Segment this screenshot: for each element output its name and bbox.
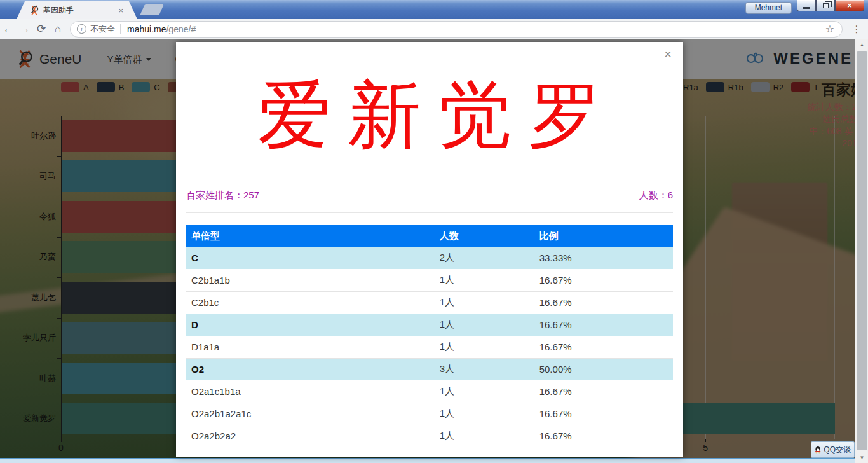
qq-chat-button[interactable]: QQ交谈 <box>811 441 855 458</box>
table-cell: D <box>186 314 435 336</box>
table-cell: C <box>186 247 435 269</box>
table-cell: 3人 <box>435 358 534 380</box>
reload-icon[interactable]: ⟳ <box>33 22 50 36</box>
scroll-up-icon[interactable]: ▲ <box>855 39 868 50</box>
table-cell: O2 <box>186 358 435 380</box>
table-cell: 1人 <box>435 336 534 358</box>
browser-tab[interactable]: 基因助手 × <box>17 1 137 19</box>
table-cell: 16.67% <box>534 380 673 403</box>
col-count: 人数 <box>435 225 534 247</box>
table-row: O2a1c1b1a1人16.67% <box>186 380 673 403</box>
table-cell: 1人 <box>435 425 534 447</box>
table-cell: 50.00% <box>534 358 673 380</box>
url-separator <box>120 24 121 34</box>
divider <box>186 212 673 213</box>
minimize-icon <box>803 7 810 9</box>
table-cell: 33.33% <box>534 247 673 269</box>
table-row: D1a1a1人16.67% <box>186 336 673 358</box>
restore-icon <box>823 3 829 8</box>
table-row: C2b1c1人16.67% <box>186 291 673 314</box>
url-bar[interactable]: i 不安全 mahui.me /gene/# ☆ <box>70 21 843 38</box>
minimize-button[interactable] <box>797 0 816 11</box>
table-cell: 1人 <box>435 403 534 425</box>
table-cell: 1人 <box>435 314 534 336</box>
restore-button[interactable] <box>816 0 835 11</box>
surname-rank: 百家姓排名：257 <box>186 190 259 202</box>
haplotype-table: 单倍型 人数 比例 C2人33.33%C2b1a1b1人16.67%C2b1c1… <box>186 225 673 447</box>
table-row: C2b1a1b1人16.67% <box>186 269 673 291</box>
surname-count: 人数：6 <box>639 190 673 202</box>
table-cell: 1人 <box>435 269 534 291</box>
close-window-button[interactable]: × <box>835 0 864 11</box>
page-viewport: GeneU Y单倍群 O系主要 WEGENE ABCD R1aR1bR2T 百家… <box>0 39 868 463</box>
table-row: D1人16.67% <box>186 314 673 336</box>
browser-toolbar: ← → ⟳ ⌂ i 不安全 mahui.me /gene/# ☆ ⋮ <box>0 19 868 39</box>
profile-button[interactable]: Mehmet <box>745 2 792 14</box>
table-cell: 1人 <box>435 380 534 403</box>
table-cell: D1a1a <box>186 336 435 358</box>
table-cell: 16.67% <box>534 269 673 291</box>
new-tab-button[interactable] <box>140 4 164 15</box>
surname-detail-modal: × 爱新觉罗 百家姓排名：257 人数：6 单倍型 人数 比例 C2人33.33… <box>176 42 683 457</box>
table-row: O2a2b2a21人16.67% <box>186 425 673 447</box>
next-section-edge <box>0 458 855 463</box>
table-cell: 16.67% <box>534 314 673 336</box>
window-controls: Mehmet × <box>745 0 864 14</box>
browser-titlebar: 基因助手 × Mehmet × <box>0 0 868 19</box>
security-label: 不安全 <box>90 24 115 35</box>
table-cell: 1人 <box>435 291 534 314</box>
bookmark-star-icon[interactable]: ☆ <box>825 23 834 35</box>
url-path: /gene/# <box>166 24 825 34</box>
surname-title: 爱新觉罗 <box>186 69 673 162</box>
table-cell: 16.67% <box>534 425 673 447</box>
table-cell: O2a1c1b1a <box>186 380 435 403</box>
table-cell: 2人 <box>435 247 534 269</box>
dna-favicon-icon <box>29 5 39 15</box>
col-haplotype: 单倍型 <box>186 225 435 247</box>
scrollbar[interactable]: ▲ ▼ <box>855 39 868 463</box>
qq-penguin-icon <box>815 445 821 455</box>
qq-chat-label: QQ交谈 <box>824 445 851 455</box>
table-cell: O2a2b2a2 <box>186 425 435 447</box>
table-cell: 16.67% <box>534 291 673 314</box>
table-row: O2a2b1a2a1c1人16.67% <box>186 403 673 425</box>
modal-close-icon[interactable]: × <box>664 47 672 62</box>
browser-menu-icon[interactable]: ⋮ <box>849 24 864 35</box>
scrollbar-thumb[interactable] <box>857 51 867 450</box>
back-icon[interactable]: ← <box>0 23 17 36</box>
scroll-down-icon[interactable]: ▼ <box>855 452 868 463</box>
url-host: mahui.me <box>127 24 166 34</box>
table-cell: 16.67% <box>534 336 673 358</box>
table-row: O23人50.00% <box>186 358 673 380</box>
table-header-row: 单倍型 人数 比例 <box>186 225 673 247</box>
tab-title: 基因助手 <box>43 5 114 16</box>
table-cell: O2a2b1a2a1c <box>186 403 435 425</box>
home-icon[interactable]: ⌂ <box>50 23 66 36</box>
table-row: C2人33.33% <box>186 247 673 269</box>
col-percent: 比例 <box>534 225 673 247</box>
tab-close-icon[interactable]: × <box>118 6 123 15</box>
table-cell: C2b1a1b <box>186 269 435 291</box>
table-cell: 16.67% <box>534 403 673 425</box>
screen: 基因助手 × Mehmet × ← → ⟳ ⌂ i 不安全 mahui.me /… <box>0 0 868 463</box>
rank-row: 百家姓排名：257 人数：6 <box>186 190 673 202</box>
info-icon[interactable]: i <box>77 24 86 34</box>
table-cell: C2b1c <box>186 291 435 314</box>
forward-icon[interactable]: → <box>17 23 33 36</box>
